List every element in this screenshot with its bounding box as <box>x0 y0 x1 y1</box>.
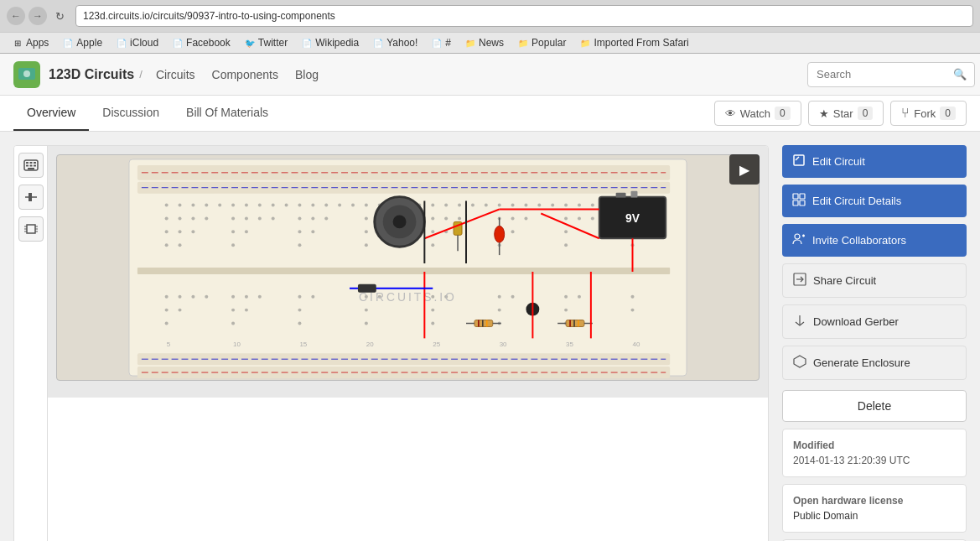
svg-point-138 <box>298 309 301 312</box>
svg-point-121 <box>245 295 248 299</box>
svg-point-39 <box>272 204 275 207</box>
svg-point-88 <box>564 216 568 220</box>
svg-point-109 <box>231 243 235 247</box>
svg-point-51 <box>431 204 434 207</box>
svg-point-108 <box>179 243 182 247</box>
svg-point-119 <box>205 295 208 299</box>
bookmark-popular[interactable]: 📁 Popular <box>512 35 571 50</box>
svg-point-114 <box>564 243 568 247</box>
back-button[interactable]: ← <box>7 7 25 25</box>
nav-components[interactable]: Components <box>212 68 278 81</box>
capacitor-tool[interactable] <box>18 185 44 210</box>
svg-text:20: 20 <box>366 341 374 348</box>
svg-point-78 <box>311 216 314 220</box>
bookmark-wikipedia[interactable]: 📄 Wikipedia <box>296 35 364 50</box>
svg-text:5: 5 <box>167 341 171 348</box>
svg-point-94 <box>179 230 182 233</box>
bookmark-yahoo[interactable]: 📄 Yahoo! <box>367 35 423 50</box>
twitter-icon: 🐦 <box>244 37 256 49</box>
edit-circuit-button[interactable]: Edit Circuit <box>782 145 967 178</box>
svg-point-122 <box>258 295 262 299</box>
watch-button[interactable]: 👁 Watch 0 <box>714 101 801 126</box>
svg-point-31 <box>165 204 169 207</box>
svg-point-99 <box>311 230 314 233</box>
svg-point-97 <box>245 230 248 233</box>
facebook-icon: 📄 <box>172 37 184 49</box>
play-button[interactable]: ▶ <box>729 154 760 185</box>
bookmark-apps[interactable]: ⊞ Apps <box>7 35 54 50</box>
svg-point-90 <box>591 216 594 220</box>
search-input[interactable] <box>807 62 975 87</box>
star-icon: ★ <box>819 107 829 120</box>
forward-button[interactable]: → <box>29 7 47 25</box>
brand-separator: / <box>139 68 143 81</box>
bookmark-apple-label: Apple <box>76 37 102 49</box>
svg-rect-197 <box>794 155 804 165</box>
bookmark-apple[interactable]: 📄 Apple <box>57 35 107 50</box>
svg-point-134 <box>165 309 169 312</box>
star-label: Star <box>833 107 853 120</box>
svg-text:9V: 9V <box>625 211 640 225</box>
tab-discussion[interactable]: Discussion <box>89 96 173 131</box>
delete-button[interactable]: Delete <box>782 390 967 422</box>
edit-circuit-details-icon <box>792 193 806 209</box>
bookmark-facebook[interactable]: 📄 Facebook <box>167 35 236 50</box>
svg-point-118 <box>191 295 194 299</box>
svg-point-130 <box>511 295 515 299</box>
keyboard-tool[interactable] <box>18 153 44 178</box>
nav-blog[interactable]: Blog <box>295 68 319 81</box>
svg-point-37 <box>245 204 248 207</box>
svg-point-132 <box>578 295 581 299</box>
svg-point-59 <box>537 204 541 207</box>
share-circuit-button[interactable]: Share Circuit <box>782 263 967 298</box>
svg-point-43 <box>324 204 328 207</box>
svg-point-77 <box>298 216 301 220</box>
license-value[interactable]: Public Domain <box>793 510 956 522</box>
bookmark-hash[interactable]: 📄 # <box>426 35 456 50</box>
svg-point-203 <box>795 234 800 239</box>
svg-rect-172 <box>566 320 584 327</box>
svg-text:10: 10 <box>233 341 241 348</box>
download-gerber-button[interactable]: Download Gerber <box>782 304 967 339</box>
svg-point-82 <box>431 216 434 220</box>
nav-circuits[interactable]: Circuits <box>156 68 195 81</box>
watch-label: Watch <box>740 107 770 120</box>
svg-point-93 <box>165 230 169 233</box>
bookmark-twitter[interactable]: 🐦 Twitter <box>239 35 293 50</box>
svg-point-80 <box>365 216 368 220</box>
bookmark-imported-label: Imported From Safari <box>594 37 688 49</box>
reload-button[interactable]: ↻ <box>50 7 69 25</box>
svg-rect-3 <box>26 162 29 164</box>
svg-text:40: 40 <box>633 341 640 348</box>
chip-tool[interactable] <box>18 216 44 242</box>
svg-point-52 <box>444 204 448 207</box>
svg-text:15: 15 <box>299 341 307 348</box>
edit-circuit-label: Edit Circuit <box>812 155 865 168</box>
watch-icon: 👁 <box>725 107 736 120</box>
bookmark-news[interactable]: 📁 News <box>459 35 509 50</box>
svg-point-54 <box>471 204 474 207</box>
svg-point-53 <box>458 204 461 207</box>
tab-overview[interactable]: Overview <box>13 96 89 131</box>
bookmark-imported[interactable]: 📁 Imported From Safari <box>574 35 693 50</box>
star-button[interactable]: ★ Star 0 <box>808 101 884 126</box>
svg-point-140 <box>431 309 434 312</box>
bookmark-icloud[interactable]: 📄 iCloud <box>111 35 163 50</box>
svg-point-44 <box>338 204 341 207</box>
generate-enclosure-button[interactable]: Generate Enclosure <box>782 346 967 380</box>
svg-point-61 <box>564 204 568 207</box>
svg-point-74 <box>245 216 248 220</box>
tab-bill-of-materials[interactable]: Bill Of Materials <box>173 96 282 131</box>
edit-circuit-details-button[interactable]: Edit Circuit Details <box>782 185 967 217</box>
invite-icon <box>792 232 806 248</box>
address-bar[interactable] <box>75 5 973 27</box>
svg-point-75 <box>258 216 262 220</box>
svg-point-135 <box>179 309 182 312</box>
fork-button[interactable]: ⑂ Fork 0 <box>890 101 967 126</box>
invite-collaborators-button[interactable]: Invite Collaborators <box>782 224 967 257</box>
download-icon <box>793 314 806 330</box>
browser-toolbar: ← → ↻ <box>0 0 980 32</box>
edit-circuit-details-label: Edit Circuit Details <box>812 195 901 207</box>
svg-point-107 <box>165 243 169 247</box>
svg-point-84 <box>458 216 461 220</box>
